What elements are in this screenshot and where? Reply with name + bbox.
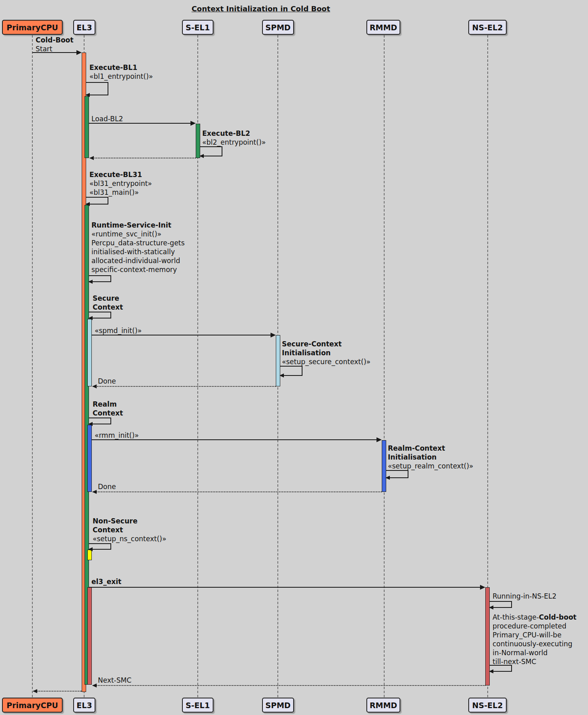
self-loop-setup-secure-context — [280, 366, 302, 376]
arrow-return-primarycpu — [33, 691, 82, 692]
participant-ns-el2-bottom: NS-EL2 — [468, 698, 507, 713]
message-non-secure-context: Non-Secure Context «setup_ns_context()» — [93, 517, 166, 543]
participant-el3-bottom: EL3 — [73, 698, 95, 713]
participant-s-el1-bottom: S-EL1 — [182, 698, 214, 713]
arrowhead — [385, 476, 390, 480]
arrowhead — [89, 156, 94, 160]
message-execute-bl1: Execute-BL1 «bl1_entrypoint()» — [89, 63, 153, 81]
diagram-title: Context Initialization in Cold Boot — [0, 4, 522, 13]
self-loop-secure-context — [89, 312, 111, 318]
message-cold-boot-completed: At-this-stage-Cold-boot procedure-comple… — [493, 613, 576, 666]
arrowhead — [271, 333, 276, 337]
message-running-in-ns-el2: Running-in-NS-EL2 — [493, 592, 556, 601]
arrowhead — [489, 669, 493, 673]
participant-label: EL3 — [76, 701, 92, 710]
message-spmd-init: «spmd_init()» — [95, 326, 142, 335]
arrowhead — [376, 437, 382, 442]
message-cold-boot-start: Cold-Boot Start — [36, 36, 74, 53]
message-realm-context-initialisation: Realm-Context Initialisation «setup_real… — [388, 444, 473, 470]
self-loop-realm-context — [89, 418, 111, 424]
participant-s-el1-top: S-EL1 — [182, 20, 214, 35]
message-secure-context-initialisation: Secure-Context Initialisation «setup_sec… — [282, 340, 370, 366]
participant-label: PrimaryCPU — [6, 23, 58, 32]
self-loop-setup-ns-context — [89, 543, 111, 550]
arrowhead — [33, 689, 37, 693]
message-done-rmmd: Done — [98, 482, 116, 491]
participant-label: SPMD — [265, 701, 290, 710]
message-done-spmd: Done — [98, 377, 116, 386]
participant-rmmd-top: RMMD — [366, 20, 400, 35]
participant-label: RMMD — [370, 23, 397, 32]
arrow-done-rmmd — [93, 491, 382, 492]
participant-label: NS-EL2 — [472, 23, 503, 32]
participant-primarycpu-top: PrimaryCPU — [2, 20, 63, 35]
participant-label: S-EL1 — [186, 701, 210, 710]
arrowhead — [85, 202, 90, 206]
activation-el3-exit — [87, 587, 92, 685]
arrowhead — [88, 280, 93, 284]
message-load-bl2: Load-BL2 — [91, 114, 123, 123]
arrowhead — [190, 121, 196, 126]
message-el3-exit: el3_exit — [91, 577, 121, 586]
participant-label: NS-EL2 — [472, 701, 503, 710]
activation-el3-bl1 — [85, 96, 89, 158]
message-execute-bl31: Execute-BL31 «bl31_entrypoint» «bl31_mai… — [89, 170, 152, 197]
self-loop-running-in-ns-el2 — [490, 601, 512, 608]
arrow-rmm-init — [92, 439, 377, 440]
message-rmm-init: «rmm_init()» — [95, 431, 139, 440]
arrow-cold-boot — [32, 52, 77, 53]
activation-el3-realm-context — [87, 425, 92, 492]
arrow-load-bl2 — [89, 123, 191, 124]
participant-label: SPMD — [265, 23, 290, 32]
message-next-smc: Next-SMC — [98, 676, 131, 685]
arrowhead — [92, 490, 97, 494]
participant-ns-el2-top: NS-EL2 — [468, 20, 507, 35]
participant-spmd-top: SPMD — [262, 20, 294, 35]
self-loop-till-next-smc — [490, 665, 512, 672]
arrow-spmd-init — [92, 335, 271, 335]
message-runtime-service-init: Runtime-Service-Init «runtime_svc_init()… — [91, 221, 185, 274]
arrow-done-spmd — [93, 386, 276, 387]
participant-el3-top: EL3 — [73, 20, 95, 35]
arrowhead — [480, 585, 485, 590]
message-execute-bl2: Execute-BL2 «bl2_entrypoint()» — [202, 129, 266, 147]
activation-spmd — [276, 335, 280, 386]
arrowhead — [88, 422, 93, 426]
arrowhead — [88, 547, 93, 551]
arrowhead — [92, 384, 97, 388]
arrow-next-smc — [93, 685, 485, 686]
activation-rmmd — [382, 440, 386, 492]
arrowhead — [199, 154, 204, 158]
activation-s-el1-bl2 — [196, 124, 200, 158]
participant-spmd-bottom: SPMD — [262, 698, 294, 713]
self-loop-execute-bl1 — [86, 82, 108, 95]
arrowhead — [88, 316, 93, 320]
arrowhead — [279, 373, 284, 378]
self-loop-execute-bl2 — [200, 146, 222, 156]
sequence-diagram: Context Initialization in Cold Boot Prim… — [0, 0, 588, 715]
participant-label: PrimaryCPU — [6, 701, 58, 710]
self-loop-setup-realm-context — [386, 470, 408, 478]
participant-rmmd-bottom: RMMD — [366, 698, 400, 713]
self-loop-runtime-service-init — [89, 275, 111, 282]
arrowhead — [489, 605, 493, 610]
participant-label: S-EL1 — [186, 23, 210, 32]
lifeline-rmmd — [384, 35, 385, 697]
arrowhead — [85, 93, 90, 97]
message-realm-context: Realm Context — [93, 400, 123, 418]
lifeline-primarycpu — [32, 35, 33, 697]
activation-el3-secure-context — [87, 319, 92, 386]
arrowhead — [76, 50, 82, 55]
arrow-el3-exit — [89, 587, 481, 588]
arrow-return-bl2 — [90, 158, 196, 158]
message-secure-context: Secure Context — [93, 294, 123, 312]
participant-label: EL3 — [76, 23, 92, 32]
arrowhead — [92, 683, 97, 688]
self-loop-execute-bl31 — [86, 197, 108, 205]
participant-label: RMMD — [370, 701, 397, 710]
participant-primarycpu-bottom: PrimaryCPU — [2, 698, 63, 713]
